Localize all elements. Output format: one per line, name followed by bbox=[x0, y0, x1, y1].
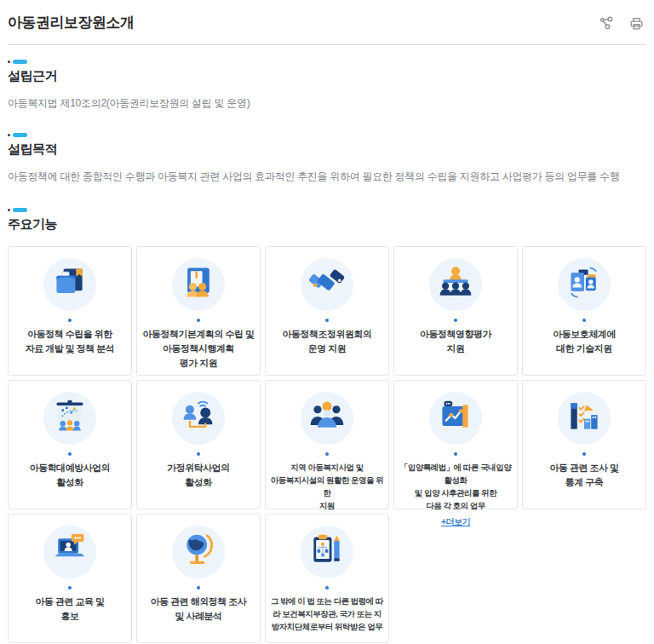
plan-review-icon bbox=[180, 264, 217, 305]
function-card-label: 그 밖에 이 법 또는 다른 법령에 따라 보건복지부장관, 국가 또는 지방자… bbox=[269, 595, 385, 634]
education-promo-icon bbox=[51, 532, 89, 572]
function-card-label: 아동 관련 조사 및 통계 구축 bbox=[549, 461, 618, 490]
bullet-dot-icon bbox=[197, 586, 200, 589]
bullet-dot-icon bbox=[68, 586, 72, 589]
print-icon bbox=[628, 15, 645, 34]
bullet-dot-icon bbox=[197, 452, 200, 456]
function-card: 「입양특례법」에 따른 국내입양 활성화 및 입양 사후관리를 위한 다음 각 … bbox=[393, 380, 518, 509]
section-purpose-heading: 설립목적 bbox=[8, 141, 646, 158]
bullet-dot-icon bbox=[582, 452, 586, 456]
function-card-label: 아동보호체계에 대한 기술지원 bbox=[553, 327, 616, 356]
bullet-dot-icon bbox=[325, 452, 329, 456]
header-tools bbox=[598, 13, 646, 33]
section-functions: 주요기능 아동정책 수립을 위한 자료 개발 및 정책 분석 아동정책기본계획의… bbox=[8, 208, 646, 643]
protection-tech-icon bbox=[565, 264, 603, 305]
function-card: 아동 관련 조사 및 통계 구축 bbox=[522, 380, 646, 509]
function-card-label: 아동학대예방사업의 활성화 bbox=[30, 461, 111, 490]
function-card-label: 가정위탁사업의 활성화 bbox=[167, 461, 230, 490]
function-card: 아동정책영향평가 지원 bbox=[393, 246, 518, 376]
function-card-label: 아동 관련 해외정책 조사 및 사례분석 bbox=[151, 595, 247, 624]
bullet-dot-icon bbox=[68, 319, 72, 322]
bullet-dot-icon bbox=[454, 452, 457, 456]
functions-grid: 아동정책 수립을 위한 자료 개발 및 정책 분석 아동정책기본계획의 수립 및… bbox=[8, 246, 646, 643]
bullet-dot-icon bbox=[582, 319, 586, 322]
section-bullet bbox=[8, 60, 646, 64]
function-card-label: 아동정책기본계획의 수립 및 아동정책시행계획 평가 지원 bbox=[142, 327, 254, 371]
share-button[interactable] bbox=[598, 16, 615, 33]
function-card-label: 아동정책 수립을 위한 자료 개발 및 정책 분석 bbox=[26, 327, 115, 356]
function-card: 아동정책 수립을 위한 자료 개발 및 정책 분석 bbox=[8, 246, 132, 376]
function-card: 아동 관련 해외정책 조사 및 사례분석 bbox=[136, 514, 261, 643]
bullet-dot-icon bbox=[325, 586, 329, 589]
function-card: 아동정책기본계획의 수립 및 아동정책시행계획 평가 지원 bbox=[136, 246, 261, 376]
community-welfare-icon bbox=[308, 398, 346, 439]
function-card: 아동 관련 교육 및 홍보 bbox=[8, 514, 132, 643]
foster-care-icon bbox=[180, 398, 217, 439]
policy-books-icon bbox=[51, 264, 89, 305]
bullet-dot-icon bbox=[68, 452, 72, 456]
impact-assessment-icon bbox=[437, 264, 474, 305]
function-card-label: 아동정책조정위원회의 운영 지원 bbox=[283, 327, 372, 356]
function-card: 그 밖에 이 법 또는 다른 법령에 따라 보건복지부장관, 국가 또는 지방자… bbox=[265, 514, 389, 643]
handshake-icon bbox=[308, 264, 346, 305]
section-functions-heading: 주요기능 bbox=[8, 216, 646, 233]
content-page: 아동권리보장원소개 설립근거 아동복지법 제10조의2(아동권리보장원의 설립 … bbox=[0, 0, 654, 643]
adoption-chart-icon bbox=[437, 398, 474, 439]
section-purpose-body: 아동정책에 대한 종합적인 수행과 아동복지 관련 사업의 효과적인 추진을 위… bbox=[8, 170, 646, 184]
survey-stats-icon bbox=[565, 398, 603, 439]
function-card: 가정위탁사업의 활성화 bbox=[136, 380, 261, 509]
bullet-dot-icon bbox=[325, 319, 329, 322]
function-card: 아동정책조정위원회의 운영 지원 bbox=[265, 246, 389, 376]
bullet-dot-icon bbox=[197, 319, 200, 322]
function-card-label: 「입양특례법」에 따른 국내입양 활성화 및 입양 사후관리를 위한 다음 각 … bbox=[398, 461, 513, 513]
abuse-prevention-icon bbox=[51, 398, 89, 439]
function-card: 아동보호체계에 대한 기술지원 bbox=[522, 246, 646, 376]
section-bullet bbox=[8, 208, 646, 212]
header-divider bbox=[8, 44, 646, 45]
function-card: 지역 아동복지사업 및 아동복지시설의 원활한 운영을 위한 지원 bbox=[265, 380, 389, 509]
function-card-label: 아동정책영향평가 지원 bbox=[420, 327, 491, 356]
section-basis-heading: 설립근거 bbox=[8, 68, 646, 84]
print-button[interactable] bbox=[628, 16, 645, 33]
delegated-work-icon bbox=[308, 532, 346, 572]
share-icon bbox=[599, 15, 615, 34]
section-basis-body: 아동복지법 제10조의2(아동권리보장원의 설립 및 운영) bbox=[8, 96, 646, 111]
page-header: 아동권리보장원소개 bbox=[8, 0, 646, 33]
section-basis: 설립근거 아동복지법 제10조의2(아동권리보장원의 설립 및 운영) bbox=[8, 60, 646, 111]
function-card-label: 아동 관련 교육 및 홍보 bbox=[35, 595, 104, 624]
page-title: 아동권리보장원소개 bbox=[8, 13, 135, 32]
more-link[interactable]: +더보기 bbox=[441, 516, 470, 528]
section-bullet bbox=[8, 133, 646, 137]
section-purpose: 설립목적 아동정책에 대한 종합적인 수행과 아동복지 관련 사업의 효과적인 … bbox=[8, 133, 646, 184]
function-card-label: 지역 아동복지사업 및 아동복지시설의 원활한 운영을 위한 지원 bbox=[269, 461, 385, 513]
function-card: 아동학대예방사업의 활성화 bbox=[8, 380, 132, 509]
bullet-dot-icon bbox=[454, 319, 457, 322]
global-policy-icon bbox=[180, 532, 217, 572]
